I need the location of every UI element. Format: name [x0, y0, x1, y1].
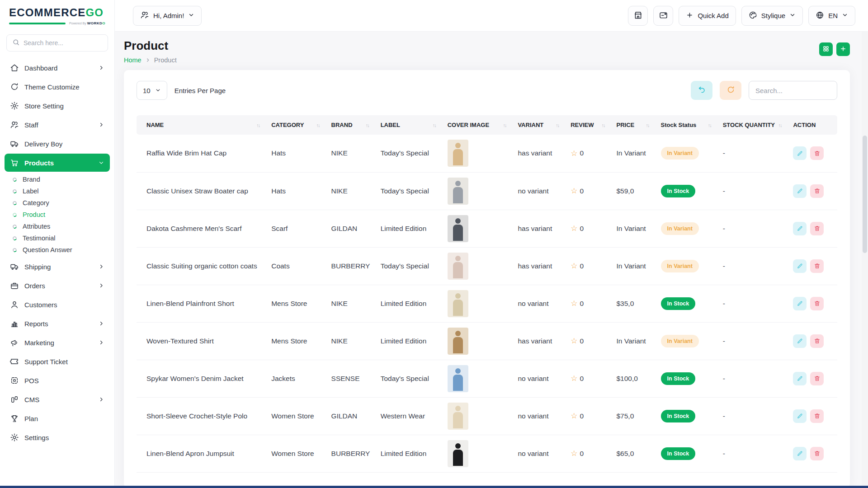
cell-category: Mens Store	[267, 285, 326, 322]
edit-button[interactable]	[793, 259, 807, 273]
trash-icon	[814, 225, 821, 232]
edit-button[interactable]	[793, 409, 807, 423]
add-product-button[interactable]	[836, 42, 850, 56]
sidebar-search[interactable]	[6, 34, 108, 52]
table-search-input[interactable]	[749, 81, 837, 100]
edit-button[interactable]	[793, 222, 807, 235]
cell-review: ☆0	[566, 360, 612, 397]
sort-icon[interactable]: ↑↓	[778, 122, 784, 128]
sidebar-item-pos[interactable]: POS	[5, 371, 110, 389]
cell-cover-image	[443, 435, 514, 472]
star-icon: ☆	[571, 337, 577, 345]
sort-icon[interactable]: ↑↓	[433, 122, 439, 128]
sidebar-item-store-setting[interactable]: Store Setting	[5, 97, 110, 115]
grid-view-button[interactable]	[819, 42, 833, 56]
sort-icon[interactable]: ↑↓	[601, 122, 607, 128]
column-header-cover-image[interactable]: COVER IMAGE↑↓	[443, 115, 514, 135]
delete-button[interactable]	[810, 447, 824, 460]
vertical-scrollbar-thumb[interactable]	[863, 136, 867, 253]
sidebar-subitem-product[interactable]: Product	[7, 209, 110, 221]
delete-button[interactable]	[810, 372, 824, 385]
cell-brand: BURBERRY	[327, 247, 376, 285]
sidebar-item-staff[interactable]: Staff	[5, 116, 110, 134]
cell-action	[788, 360, 837, 397]
delete-button[interactable]	[810, 297, 824, 310]
plus-icon	[686, 11, 693, 20]
sort-icon[interactable]: ↑↓	[708, 122, 714, 128]
entries-per-page-label: Entries Per Page	[175, 87, 226, 94]
delete-button[interactable]	[810, 146, 824, 160]
delete-button[interactable]	[810, 184, 824, 198]
main-area: Hi, Admin! Quick Add Stylique EN	[115, 0, 868, 488]
sidebar-item-label: Marketing	[24, 339, 93, 347]
sidebar-item-products[interactable]: Products	[5, 154, 110, 172]
edit-button[interactable]	[793, 447, 807, 460]
sort-icon[interactable]: ↑↓	[316, 122, 322, 128]
storefront-button[interactable]	[628, 6, 648, 26]
sidebar-item-reports[interactable]: Reports	[5, 314, 110, 333]
sidebar-item-settings[interactable]: Settings	[5, 428, 110, 446]
sidebar-subitem-attributes[interactable]: Attributes	[7, 221, 110, 232]
column-header-brand[interactable]: BRAND↑↓	[327, 115, 376, 135]
cell-cover-image	[443, 322, 514, 360]
cell-label: Western Wear	[376, 397, 443, 435]
column-header-price[interactable]: PRICE↑↓	[612, 115, 656, 135]
sidebar-item-theme-customize[interactable]: Theme Customize	[5, 78, 110, 96]
delete-button[interactable]	[810, 334, 824, 348]
vertical-scrollbar[interactable]	[862, 32, 868, 486]
quick-add-button[interactable]: Quick Add	[679, 6, 736, 26]
delete-button[interactable]	[810, 222, 824, 235]
edit-button[interactable]	[793, 372, 807, 385]
email-templates-button[interactable]	[653, 6, 673, 26]
sidebar-subitem-label[interactable]: Label	[7, 185, 110, 197]
edit-button[interactable]	[793, 146, 807, 160]
sidebar-item-dashboard[interactable]: Dashboard	[5, 59, 110, 77]
sidebar-item-customers[interactable]: Customers	[5, 296, 110, 314]
bullet-icon	[12, 212, 18, 217]
delete-button[interactable]	[810, 409, 824, 423]
sidebar-item-orders[interactable]: Orders	[5, 277, 110, 295]
sidebar-item-shipping[interactable]: Shipping	[5, 258, 110, 276]
sidebar-item-marketing[interactable]: Marketing	[5, 333, 110, 352]
sort-icon[interactable]: ↑↓	[366, 122, 372, 128]
entries-per-page-select[interactable]: 10	[137, 81, 167, 100]
edit-button[interactable]	[793, 334, 807, 348]
sidebar-item-delivery-boy[interactable]: Delivery Boy	[5, 135, 110, 153]
edit-button[interactable]	[793, 297, 807, 310]
cell-price: In Variant	[612, 247, 656, 285]
chevron-right-icon	[145, 57, 151, 63]
column-header-stock-status[interactable]: Stock Status↑↓	[656, 115, 718, 135]
sidebar-subitem-category[interactable]: Category	[7, 197, 110, 209]
sort-icon[interactable]: ↑↓	[256, 122, 262, 128]
sidebar-item-cms[interactable]: CMS	[5, 390, 110, 408]
sidebar-subitem-testimonial[interactable]: Testimonial	[7, 232, 110, 244]
sort-icon[interactable]: ↑↓	[646, 122, 652, 128]
reset-button[interactable]	[691, 81, 712, 100]
theme-style-button[interactable]: Stylique	[741, 6, 803, 26]
ticket-icon	[10, 357, 19, 366]
sidebar-search-input[interactable]	[24, 39, 102, 47]
column-header-review[interactable]: REVIEW↑↓	[566, 115, 612, 135]
column-header-label[interactable]: LABEL↑↓	[376, 115, 443, 135]
sidebar-submenu-products: BrandLabelCategoryProductAttributesTesti…	[5, 173, 110, 257]
sidebar-item-plan[interactable]: Plan	[5, 409, 110, 427]
column-header-stock-quantity[interactable]: STOCK QUANTITY↑↓	[718, 115, 789, 135]
sidebar-subitem-question-answer[interactable]: Question Answer	[7, 244, 110, 256]
column-header-name[interactable]: NAME↑↓	[137, 115, 267, 135]
edit-button[interactable]	[793, 184, 807, 198]
horizontal-scrollbar[interactable]	[0, 486, 868, 488]
sidebar-subitem-brand[interactable]: Brand	[7, 174, 110, 185]
sort-icon[interactable]: ↑↓	[503, 122, 509, 128]
column-header-variant[interactable]: VARIANT↑↓	[513, 115, 566, 135]
column-header-category[interactable]: CATEGORY↑↓	[267, 115, 326, 135]
bullet-icon	[12, 235, 18, 241]
delete-button[interactable]	[810, 259, 824, 273]
brand-logo[interactable]: ECOMMERCEGO Powered By WORKDO	[0, 0, 114, 29]
breadcrumb-home-link[interactable]: Home	[124, 56, 142, 64]
sort-icon[interactable]: ↑↓	[556, 122, 561, 128]
sidebar-item-support-ticket[interactable]: Support Ticket	[5, 352, 110, 371]
refresh-button[interactable]	[720, 81, 741, 100]
user-menu-button[interactable]: Hi, Admin!	[133, 6, 202, 26]
language-button[interactable]: EN	[808, 6, 855, 26]
cell-stock-status: In Stock	[656, 360, 718, 397]
